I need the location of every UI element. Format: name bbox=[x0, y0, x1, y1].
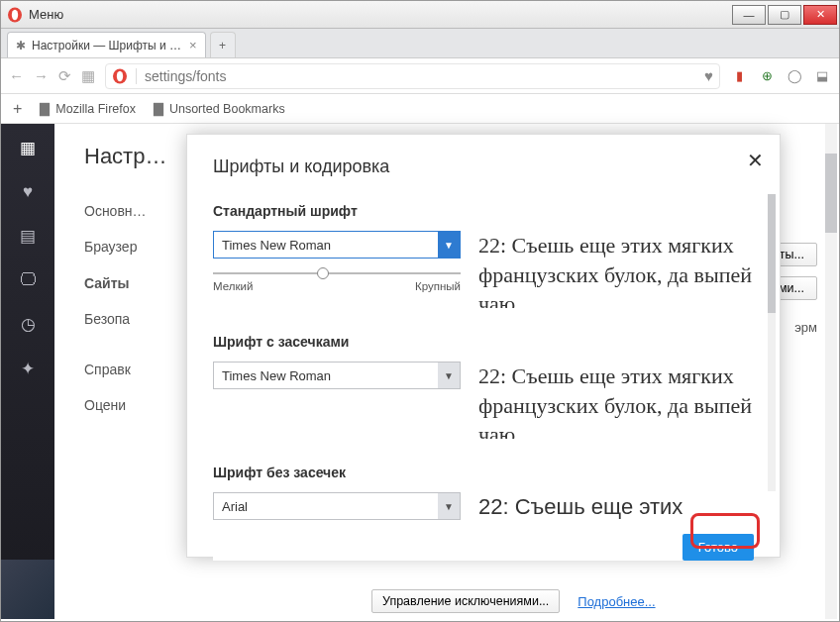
sidebar-wallpaper bbox=[1, 560, 54, 619]
shield-icon[interactable]: ◯ bbox=[786, 68, 803, 83]
sans-font-preview: 22: Съешь еще этих bbox=[478, 492, 754, 522]
opera-small-icon bbox=[112, 68, 128, 84]
folder-icon: ▇ bbox=[40, 101, 50, 116]
left-sidebar: ▦ ♥ ▤ 🖵 ◷ ✦ bbox=[1, 124, 54, 619]
reload-icon[interactable]: ⟳ bbox=[58, 67, 71, 85]
font-size-slider[interactable]: Мелкий Крупный bbox=[213, 272, 461, 292]
done-button[interactable]: Готово bbox=[682, 534, 754, 561]
minimize-button[interactable]: — bbox=[732, 5, 766, 25]
back-icon[interactable]: ← bbox=[9, 67, 24, 84]
svg-point-1 bbox=[12, 9, 18, 19]
download-icon[interactable]: ⬓ bbox=[813, 68, 831, 83]
chevron-down-icon: ▼ bbox=[438, 493, 460, 519]
dialog-close-icon[interactable]: ✕ bbox=[747, 149, 764, 172]
serif-font-preview: 22: Съешь еще этих мягких французских бу… bbox=[478, 362, 754, 439]
slider-knob[interactable] bbox=[317, 267, 329, 279]
sidebar-speed-dial-icon[interactable]: ▦ bbox=[20, 138, 36, 158]
slider-label-large: Крупный bbox=[415, 280, 461, 292]
tab-title: Настройки — Шрифты и … bbox=[32, 39, 181, 52]
section-standard-font: Стандартный шрифт bbox=[213, 203, 754, 219]
dialog-scroll-thumb[interactable] bbox=[768, 194, 776, 313]
extension-icon-2[interactable]: ⊕ bbox=[758, 68, 776, 83]
fonts-dialog: ✕ Шрифты и кодировка Стандартный шрифт T… bbox=[186, 134, 781, 558]
manage-exceptions-button[interactable]: Управление исключениями... bbox=[371, 589, 560, 613]
sidebar-clock-icon[interactable]: ◷ bbox=[21, 314, 36, 335]
dialog-title: Шрифты и кодировка bbox=[213, 156, 754, 177]
standard-font-preview: 22: Съешь еще этих мягких французских бу… bbox=[478, 231, 754, 308]
serif-font-select[interactable]: Times New Roman ▼ bbox=[213, 362, 461, 389]
chevron-down-icon: ▼ bbox=[438, 363, 460, 388]
sidebar-heart-icon[interactable]: ♥ bbox=[23, 182, 33, 202]
sidebar-extensions-icon[interactable]: ✦ bbox=[21, 359, 35, 379]
chevron-down-icon: ▼ bbox=[438, 232, 460, 258]
opera-icon bbox=[7, 7, 23, 23]
sidebar-news-icon[interactable]: ▤ bbox=[20, 226, 36, 247]
address-field[interactable]: settings/fonts ♥ bbox=[105, 63, 720, 89]
dialog-scrollbar[interactable] bbox=[768, 194, 776, 491]
page-scrollbar[interactable] bbox=[825, 124, 837, 619]
new-tab-button[interactable]: + bbox=[210, 32, 236, 57]
window-controls: — ▢ ✕ bbox=[730, 5, 837, 25]
bookmark-heart-icon[interactable]: ♥ bbox=[704, 67, 713, 84]
sans-font-select[interactable]: Arial ▼ bbox=[213, 492, 461, 520]
close-window-button[interactable]: ✕ bbox=[803, 5, 837, 25]
address-toolbar: ← → ⟳ ▦ settings/fonts ♥ ▮ ⊕ ◯ ⬓ bbox=[1, 58, 839, 94]
bookmark-folder-unsorted[interactable]: ▇Unsorted Bookmarks bbox=[154, 101, 285, 116]
menu-label[interactable]: Меню bbox=[29, 7, 63, 22]
footer-links: Управление исключениями... Подробнее... bbox=[371, 589, 656, 613]
bookmark-folder-firefox[interactable]: ▇Mozilla Firefox bbox=[40, 101, 136, 116]
svg-point-3 bbox=[117, 70, 123, 80]
gear-icon: ✱ bbox=[16, 39, 26, 52]
separator bbox=[136, 68, 137, 84]
tab-settings[interactable]: ✱ Настройки — Шрифты и … × bbox=[7, 32, 206, 57]
bookmarks-bar: + ▇Mozilla Firefox ▇Unsorted Bookmarks bbox=[1, 94, 839, 124]
section-sans-font: Шрифт без засечек bbox=[213, 465, 754, 480]
standard-font-select[interactable]: Times New Roman ▼ bbox=[213, 231, 461, 259]
tab-close-icon[interactable]: × bbox=[189, 38, 197, 52]
extension-icon-1[interactable]: ▮ bbox=[730, 68, 748, 83]
sidebar-screen-icon[interactable]: 🖵 bbox=[20, 270, 37, 290]
page-scroll-thumb[interactable] bbox=[825, 154, 837, 233]
speed-dial-icon[interactable]: ▦ bbox=[81, 67, 95, 85]
tab-strip: ✱ Настройки — Шрифты и … × + bbox=[1, 29, 839, 58]
settings-panel: Настр… Основн… Браузер Сайты Безопа Спра… bbox=[54, 124, 839, 619]
main-area: ▦ ♥ ▤ 🖵 ◷ ✦ Настр… Основн… Браузер Сайты… bbox=[1, 124, 839, 619]
bg-label: эрм bbox=[794, 320, 817, 335]
learn-more-link[interactable]: Подробнее... bbox=[578, 594, 655, 609]
dialog-footer: Готово bbox=[213, 522, 754, 561]
url-text: settings/fonts bbox=[145, 68, 227, 84]
add-bookmark-icon[interactable]: + bbox=[13, 100, 22, 118]
forward-icon[interactable]: → bbox=[34, 67, 49, 84]
window-titlebar: Меню — ▢ ✕ bbox=[1, 1, 839, 29]
folder-icon: ▇ bbox=[154, 101, 163, 116]
section-serif-font: Шрифт с засечками bbox=[213, 334, 754, 350]
maximize-button[interactable]: ▢ bbox=[768, 5, 801, 25]
slider-label-small: Мелкий bbox=[213, 280, 253, 292]
